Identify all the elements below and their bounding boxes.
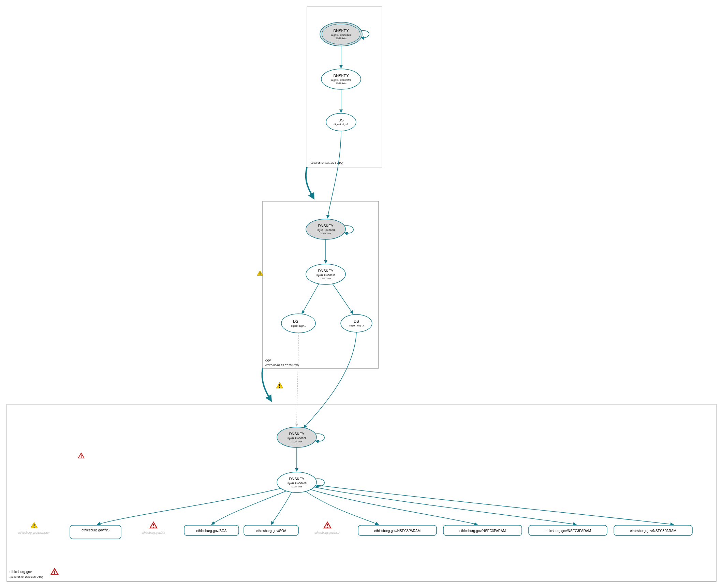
edge-root-ds-to-gov-ksk xyxy=(327,131,341,218)
edge-zsk-to-ns xyxy=(97,488,281,525)
domain-dnskey-zsk: DNSKEY alg=8, id=38460 1024 bits xyxy=(277,472,324,493)
svg-text:ethicsburg.gov/SOA: ethicsburg.gov/SOA xyxy=(314,531,340,534)
edge-root-to-gov-deleg xyxy=(306,167,314,199)
edge-gov-ds2-to-domain-ksk xyxy=(304,332,356,428)
svg-point-29 xyxy=(341,314,372,332)
root-dnskey-ksk: DNSKEY alg=8, id=20326 2048 bits xyxy=(320,22,369,46)
leaf-soa1: ethicsburg.gov/SOA xyxy=(184,525,239,535)
svg-text:DS: DS xyxy=(293,319,298,323)
svg-point-26 xyxy=(281,314,315,333)
warning-yellow-icon xyxy=(257,270,263,275)
leaf-faded-ns: ethicsburg.gov/NS xyxy=(142,522,165,534)
svg-text:DNSKEY: DNSKEY xyxy=(318,224,334,228)
edge-zsk-to-n3p2 xyxy=(310,489,477,525)
svg-text:ethicsburg.gov/NS: ethicsburg.gov/NS xyxy=(82,528,109,532)
svg-text:ethicsburg.gov/SOA: ethicsburg.gov/SOA xyxy=(196,529,227,533)
zone-domain-label: ethicsburg.gov xyxy=(10,570,32,574)
svg-text:DS: DS xyxy=(354,319,359,323)
edge-gov-ds1-to-domain-ksk xyxy=(297,333,298,426)
svg-text:ethicsburg.gov/NS: ethicsburg.gov/NS xyxy=(142,531,165,534)
svg-text:alg=8, id=20326: alg=8, id=20326 xyxy=(331,33,351,36)
svg-text:ethicsburg.gov/NSEC3PARAM: ethicsburg.gov/NSEC3PARAM xyxy=(545,529,591,533)
domain-dnskey-ksk: DNSKEY alg=8, id=36622 1024 bits xyxy=(277,427,324,447)
svg-text:ethicsburg.gov/NSEC3PARAM: ethicsburg.gov/NSEC3PARAM xyxy=(630,529,676,533)
svg-text:DNSKEY: DNSKEY xyxy=(333,29,349,33)
gov-ds2: DS digest alg=2 xyxy=(341,314,372,332)
leaf-n3p3: ethicsburg.gov/NSEC3PARAM xyxy=(529,525,607,535)
gov-dnskey-ksk: DNSKEY alg=8, id=7698 2048 bits xyxy=(306,219,353,239)
svg-text:DNSKEY: DNSKEY xyxy=(333,74,349,78)
edge-zsk-to-n3p4 xyxy=(316,485,674,525)
svg-text:alg=8, id=38460: alg=8, id=38460 xyxy=(287,482,307,485)
zone-root-label: . xyxy=(310,156,311,160)
svg-text:1024 bits: 1024 bits xyxy=(291,485,302,488)
svg-text:1024 bits: 1024 bits xyxy=(291,440,302,443)
leaf-ns: ethicsburg.gov/NS xyxy=(70,453,121,539)
edge-zsk-to-n3p3 xyxy=(314,487,576,525)
svg-rect-42 xyxy=(70,525,121,539)
zone-root: . (2023-05-04 17:18:24 UTC) DNSKEY alg=8… xyxy=(307,7,382,167)
gov-ds1: DS digest alg=1 xyxy=(257,270,315,333)
svg-text:ethicsburg.gov/DNSKEY: ethicsburg.gov/DNSKEY xyxy=(18,531,50,534)
svg-text:DS: DS xyxy=(338,118,343,122)
svg-rect-32 xyxy=(7,404,716,582)
edge-gov-to-domain-deleg xyxy=(262,368,271,401)
warning-red-icon xyxy=(78,453,84,458)
leaf-faded-dnskey: ethicsburg.gov/DNSKEY xyxy=(18,522,50,534)
gov-dnskey-zsk: DNSKEY alg=8, id=50011 1280 bits xyxy=(306,264,345,284)
svg-text:digest alg=2: digest alg=2 xyxy=(349,324,364,327)
dnssec-graph: . (2023-05-04 17:18:24 UTC) DNSKEY alg=8… xyxy=(0,0,722,588)
svg-text:alg=8, id=7698: alg=8, id=7698 xyxy=(317,229,335,232)
leaf-n3p1: ethicsburg.gov/NSEC3PARAM xyxy=(358,525,437,535)
svg-text:ethicsburg.gov/NSEC3PARAM: ethicsburg.gov/NSEC3PARAM xyxy=(459,529,506,533)
leaf-soa2: ethicsburg.gov/SOA xyxy=(244,525,298,535)
svg-text:digest alg=1: digest alg=1 xyxy=(291,324,306,327)
svg-text:ethicsburg.gov/SOA: ethicsburg.gov/SOA xyxy=(256,529,286,533)
edge-zsk-to-soa2 xyxy=(271,492,292,525)
leaf-n3p2: ethicsburg.gov/NSEC3PARAM xyxy=(443,525,522,535)
warning-red-icon xyxy=(150,522,157,528)
svg-text:DNSKEY: DNSKEY xyxy=(318,269,334,273)
root-ds: DS digest alg=2 xyxy=(326,113,356,131)
leaf-faded-soa: ethicsburg.gov/SOA xyxy=(314,522,340,534)
svg-text:alg=8, id=60955: alg=8, id=60955 xyxy=(331,78,351,82)
warning-red-icon xyxy=(324,522,331,528)
leaf-n3p4: ethicsburg.gov/NSEC3PARAM xyxy=(614,525,692,535)
svg-text:1280 bits: 1280 bits xyxy=(320,277,331,280)
svg-text:DNSKEY: DNSKEY xyxy=(289,477,305,481)
zone-domain: ethicsburg.gov (2023-05-04 23:00:05 UTC)… xyxy=(7,404,716,582)
svg-text:2048 bits: 2048 bits xyxy=(320,232,331,235)
zone-gov: gov (2023-05-04 19:57:29 UTC) DNSKEY alg… xyxy=(257,201,379,368)
root-dnskey-zsk: DNSKEY alg=8, id=60955 2048 bits xyxy=(321,69,361,89)
svg-text:digest alg=2: digest alg=2 xyxy=(334,123,349,126)
svg-point-14 xyxy=(326,113,356,131)
warning-red-icon xyxy=(51,569,58,574)
svg-text:alg=8, id=36622: alg=8, id=36622 xyxy=(287,437,307,440)
zone-domain-timestamp: (2023-05-04 23:00:05 UTC) xyxy=(10,575,43,578)
svg-text:alg=8, id=50011: alg=8, id=50011 xyxy=(316,274,336,277)
zone-gov-timestamp: (2023-05-04 19:57:29 UTC) xyxy=(265,364,299,367)
warning-yellow-icon xyxy=(31,522,38,528)
svg-text:2048 bits: 2048 bits xyxy=(336,37,347,40)
svg-text:2048 bits: 2048 bits xyxy=(336,82,347,85)
svg-text:ethicsburg.gov/NSEC3PARAM: ethicsburg.gov/NSEC3PARAM xyxy=(374,529,421,533)
zone-gov-label: gov xyxy=(265,358,271,362)
warning-yellow-icon xyxy=(276,382,283,388)
svg-text:DNSKEY: DNSKEY xyxy=(289,432,305,436)
